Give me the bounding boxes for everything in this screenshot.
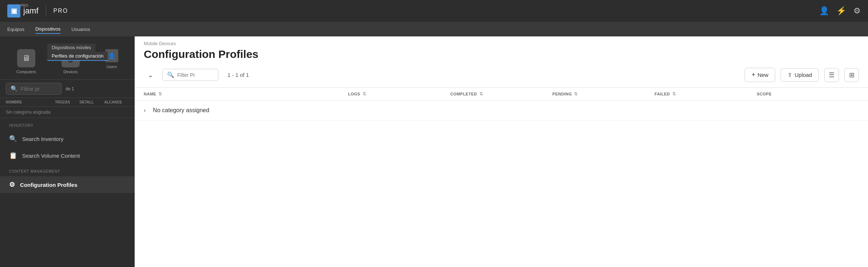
content-mgmt-label: CONTENT MANAGEMENT bbox=[0, 164, 135, 176]
nav-dispositivos[interactable]: Dispositivos bbox=[35, 25, 60, 34]
settings-icon[interactable]: ⚙ bbox=[853, 6, 861, 16]
search-volume-label: Search Volume Content bbox=[22, 153, 80, 159]
dropdown-sub-label: Dispositivos móviles bbox=[47, 44, 95, 52]
dropdown-filter-input[interactable] bbox=[21, 86, 57, 92]
new-label: New bbox=[757, 72, 768, 78]
upload-button[interactable]: ⇧ Upload bbox=[781, 68, 819, 82]
dropdown-active-sub: Perfiles de configuración bbox=[47, 52, 108, 61]
dropdown-col-trozas: TROZAS bbox=[55, 100, 80, 104]
logo-area: ▣ PRO jamf PRO bbox=[7, 4, 68, 17]
breadcrumb: Mobile Devices bbox=[135, 36, 868, 46]
table-header: NAME ⇅ LOGS ⇅ COMPLETED ⇅ PENDING ⇅ FAIL… bbox=[135, 88, 868, 101]
sort-failed-icon[interactable]: ⇅ bbox=[672, 91, 676, 97]
user-icon[interactable]: 👤 bbox=[819, 6, 829, 16]
nav-right-icons: 👤 ⚡ ⚙ bbox=[819, 6, 861, 16]
plus-icon: + bbox=[752, 71, 756, 79]
lightning-icon[interactable]: ⚡ bbox=[836, 6, 846, 16]
computers-label: Computers bbox=[16, 70, 36, 74]
sidebar: 🖥 Computers 📱 Devices 👤 Users 🔍 de 1 bbox=[0, 36, 135, 267]
dropdown-filter-row: 🔍 de 1 bbox=[0, 80, 135, 98]
sort-name-icon[interactable]: ⇅ bbox=[158, 91, 162, 97]
grid-view-button[interactable]: ⊞ bbox=[844, 68, 859, 82]
records-count: 1 - 1 of 1 bbox=[224, 72, 739, 78]
dropdown-col-nombre: NOMBRE bbox=[6, 100, 55, 104]
col-scope: SCOPE bbox=[757, 91, 859, 97]
nav-equipos[interactable]: Equipos bbox=[7, 25, 24, 34]
dropdown-count: de 1 bbox=[66, 86, 74, 91]
sort-pending-icon[interactable]: ⇅ bbox=[574, 91, 578, 97]
row-category-name: No category assigned bbox=[153, 107, 209, 114]
config-profiles-icon: ⚙ bbox=[9, 181, 15, 189]
users-label: Users bbox=[107, 64, 117, 69]
new-button[interactable]: + New bbox=[745, 68, 776, 82]
main-layout: 🖥 Computers 📱 Devices 👤 Users 🔍 de 1 bbox=[0, 36, 868, 267]
computers-icon: 🖥 bbox=[17, 49, 35, 67]
col-completed: COMPLETED ⇅ bbox=[450, 91, 552, 97]
sidebar-item-config-profiles[interactable]: ⚙ Configuration Profiles bbox=[0, 176, 135, 193]
pro-label: PRO bbox=[20, 4, 28, 8]
pro-right: PRO bbox=[53, 8, 68, 14]
search-volume-icon: 📋 bbox=[9, 152, 17, 160]
top-nav: ▣ PRO jamf PRO 👤 ⚡ ⚙ bbox=[0, 0, 868, 22]
page-title: Configuration Profiles bbox=[135, 46, 868, 68]
col-pending: PENDING ⇅ bbox=[552, 91, 655, 97]
dropdown-filter-input-wrap[interactable]: 🔍 bbox=[6, 83, 62, 95]
sidebar-item-search-volume[interactable]: 📋 Search Volume Content bbox=[0, 147, 135, 164]
search-inventory-label: Search Inventory bbox=[22, 136, 63, 142]
sort-logs-icon[interactable]: ⇅ bbox=[362, 91, 366, 97]
main-content: Mobile Devices Configuration Profiles ⌄ … bbox=[135, 36, 868, 267]
sort-completed-icon[interactable]: ⇅ bbox=[479, 91, 483, 97]
breadcrumb-root: Mobile Devices bbox=[144, 41, 176, 46]
col-name: NAME ⇅ bbox=[144, 91, 348, 97]
row-chevron-icon[interactable]: › bbox=[144, 107, 146, 114]
col-logs: LOGS ⇅ bbox=[348, 91, 450, 97]
chevron-down-button[interactable]: ⌄ bbox=[144, 68, 157, 82]
filter-input[interactable] bbox=[177, 72, 214, 78]
dropdown-category-row: Sin categoría asignada bbox=[0, 107, 135, 118]
devices-label: Devices bbox=[63, 70, 78, 74]
upload-label: Upload bbox=[794, 72, 812, 78]
nav-usuarios[interactable]: Usuarios bbox=[71, 25, 90, 34]
inventory-section-label: INVENTORY bbox=[0, 118, 135, 130]
sidebar-item-search-inventory[interactable]: 🔍 Search Inventory bbox=[0, 130, 135, 147]
list-view-button[interactable]: ☰ bbox=[824, 68, 839, 82]
secondary-nav: Equipos Dispositivos Usuarios Dispositiv… bbox=[0, 22, 868, 36]
col-failed: FAILED ⇅ bbox=[655, 91, 757, 97]
filter-search-icon: 🔍 bbox=[11, 85, 18, 92]
filter-input-wrap[interactable]: 🔍 bbox=[162, 69, 218, 81]
dropdown-col-detall: DETALL bbox=[80, 100, 104, 104]
table-row: › No category assigned bbox=[135, 101, 868, 121]
content-toolbar: ⌄ 🔍 1 - 1 of 1 + New ⇧ Upload ☰ ⊞ bbox=[135, 68, 868, 88]
config-profiles-label: Configuration Profiles bbox=[20, 182, 78, 188]
dropdown-col-alcance: ALCANCE bbox=[104, 100, 129, 104]
nav-divider bbox=[46, 5, 46, 16]
dropdown-table-header: NOMBRE TROZAS DETALL ALCANCE bbox=[0, 98, 135, 107]
list-icon: ☰ bbox=[829, 71, 835, 79]
upload-icon: ⇧ bbox=[788, 72, 792, 78]
nav-computers[interactable]: 🖥 Computers bbox=[16, 49, 36, 74]
grid-icon: ⊞ bbox=[849, 71, 855, 79]
filter-icon: 🔍 bbox=[167, 71, 174, 78]
search-inventory-icon: 🔍 bbox=[9, 135, 17, 143]
logo-icon: ▣ bbox=[7, 4, 20, 17]
